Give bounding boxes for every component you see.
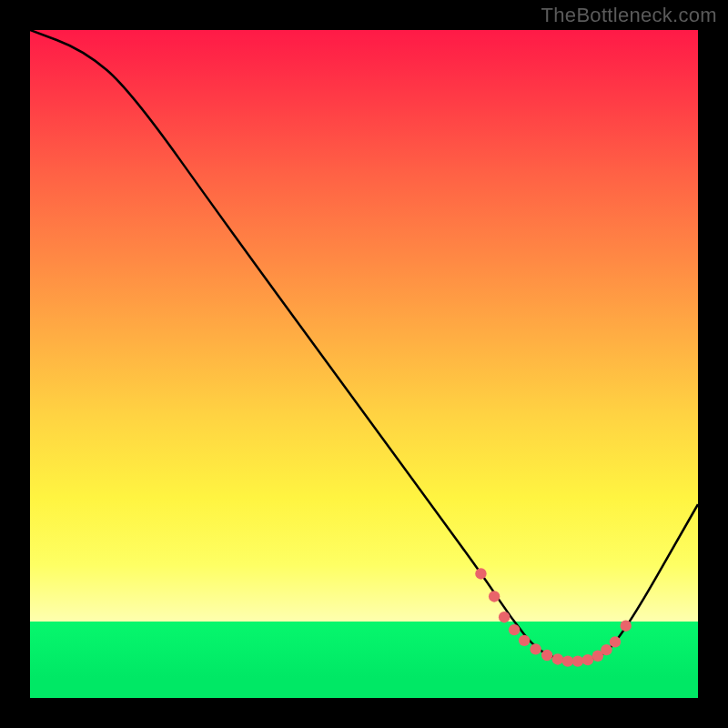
marker-dot — [621, 621, 632, 632]
chart-plot-area — [30, 30, 698, 698]
marker-dot — [610, 636, 621, 647]
marker-dot — [582, 654, 593, 665]
marker-dot — [562, 655, 573, 666]
marker-dot — [519, 635, 530, 646]
marker-dot — [572, 655, 583, 666]
marker-dot — [475, 568, 486, 579]
marker-dot — [489, 591, 500, 602]
marker-dot — [601, 644, 612, 655]
marker-dot — [530, 643, 541, 654]
marker-dot — [509, 624, 520, 635]
chart-markers — [30, 30, 698, 698]
marker-dot — [499, 612, 510, 622]
watermark-text: TheBottleneck.com — [541, 4, 717, 27]
marker-dot — [541, 650, 552, 661]
marker-dot — [552, 653, 563, 664]
marker-dot — [592, 651, 603, 662]
chart-curve — [30, 30, 698, 698]
